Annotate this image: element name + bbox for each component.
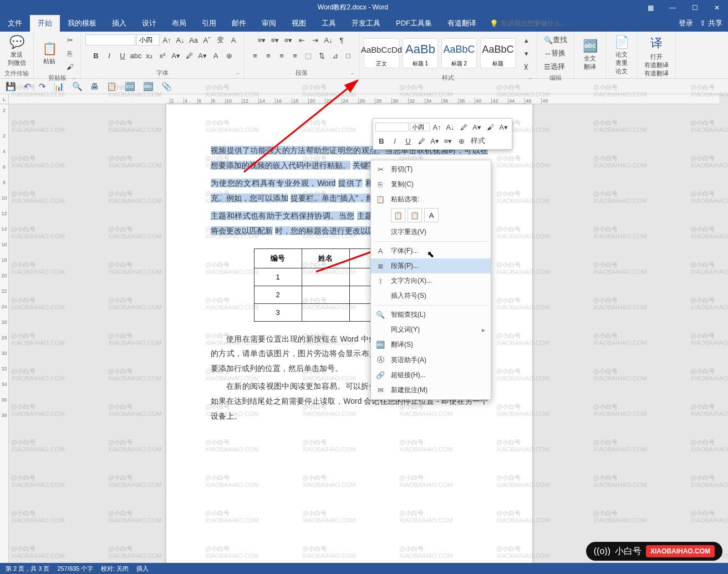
mini-font-size[interactable] bbox=[410, 123, 430, 131]
tab-home[interactable]: 开始 bbox=[30, 15, 60, 32]
line-spacing-button[interactable]: ⇅ bbox=[315, 49, 328, 62]
paste-option[interactable]: 📋 bbox=[408, 208, 422, 222]
open-youdao-button[interactable]: 译打开 有道翻译 有道翻译 bbox=[642, 34, 671, 79]
mini-highlight[interactable]: 🖉 bbox=[457, 121, 470, 133]
ruler-corner[interactable]: L bbox=[0, 94, 9, 104]
styles-down[interactable]: ▾ bbox=[520, 47, 532, 59]
ctx-item[interactable]: ⎘复制(C) bbox=[371, 177, 491, 192]
paragraph-launcher[interactable]: ⌐ bbox=[352, 70, 354, 76]
font-launcher[interactable]: ⌐ bbox=[237, 70, 240, 76]
align-center-button[interactable]: ≡ bbox=[262, 49, 274, 62]
status-proof[interactable]: 校对: 关闭 bbox=[101, 565, 129, 573]
justify-button[interactable]: ≡ bbox=[289, 49, 301, 62]
show-marks-button[interactable]: ¶ bbox=[335, 34, 348, 46]
mini-format-painter[interactable]: 🖌 bbox=[484, 121, 496, 133]
align-left-button[interactable]: ≡ bbox=[249, 49, 261, 62]
mini-italic[interactable]: I bbox=[389, 135, 401, 147]
qat-attach[interactable]: 📎 bbox=[161, 82, 172, 92]
subscript-button[interactable]: x₂ bbox=[143, 49, 155, 62]
mini-underline[interactable]: U bbox=[402, 135, 414, 147]
multilevel-button[interactable]: ≡▾ bbox=[282, 34, 294, 46]
italic-button[interactable]: I bbox=[103, 49, 115, 62]
tab-mailings[interactable]: 邮件 bbox=[224, 15, 254, 32]
font-name-combo[interactable] bbox=[85, 34, 135, 45]
status-insert[interactable]: 插入 bbox=[136, 565, 149, 573]
borders-button[interactable]: □ bbox=[342, 49, 354, 62]
style-heading1[interactable]: AaBb标题 1 bbox=[403, 38, 438, 68]
qat-save[interactable]: 💾 bbox=[6, 82, 16, 92]
tab-tools[interactable]: 工具 bbox=[314, 15, 344, 32]
ctx-item[interactable]: 插入符号(S) bbox=[371, 288, 491, 303]
help-dropdown-icon[interactable]: ▦ bbox=[639, 0, 661, 15]
mini-bold[interactable]: B bbox=[375, 135, 388, 147]
char-shading-button[interactable]: A bbox=[210, 49, 222, 62]
ctx-item[interactable]: ✂剪切(T) bbox=[371, 162, 491, 177]
pinyin-guide-button[interactable]: Aˇ bbox=[201, 34, 213, 46]
align-right-button[interactable]: ≡ bbox=[276, 49, 288, 62]
tab-references[interactable]: 引用 bbox=[194, 15, 224, 32]
tab-view[interactable]: 视图 bbox=[284, 15, 314, 32]
ctx-item[interactable]: 同义词(Y)▸ bbox=[371, 322, 491, 337]
clear-format-button[interactable]: A bbox=[227, 34, 240, 46]
mini-styles[interactable]: A▾ bbox=[497, 121, 510, 133]
change-case-button[interactable]: Aa bbox=[187, 34, 200, 46]
sort-button[interactable]: A↓ bbox=[322, 34, 334, 46]
styles-more[interactable]: ⊻ bbox=[520, 60, 532, 73]
ctx-item[interactable]: ✉新建批注(M) bbox=[371, 383, 491, 398]
text-effects-button[interactable]: A▾ bbox=[170, 49, 182, 62]
select-button[interactable]: ☰ 选择 bbox=[542, 60, 567, 73]
bullets-button[interactable]: ≡▾ bbox=[256, 34, 268, 46]
maximize-button[interactable]: ☐ bbox=[684, 0, 706, 15]
style-heading2[interactable]: AaBbC标题 2 bbox=[441, 38, 477, 68]
send-to-wechat-button[interactable]: 💬发送 到微信 bbox=[6, 34, 28, 68]
ctx-item[interactable]: 🔗超链接(H)... bbox=[371, 368, 491, 383]
find-button[interactable]: 🔍 查找 bbox=[542, 34, 569, 46]
mini-styles-label[interactable]: 样式 bbox=[469, 135, 487, 147]
highlight-button[interactable]: 🖉 bbox=[183, 49, 195, 62]
tab-insert[interactable]: 插入 bbox=[104, 15, 134, 32]
tab-youdao[interactable]: 有道翻译 bbox=[440, 15, 484, 32]
grow-font-button[interactable]: A↑ bbox=[161, 34, 173, 46]
qat-undo[interactable]: ↶ bbox=[24, 82, 31, 92]
qat-trans2[interactable]: 🔤 bbox=[143, 82, 154, 92]
superscript-button[interactable]: x² bbox=[156, 49, 169, 62]
mini-enclose[interactable]: ⊕ bbox=[455, 135, 467, 147]
ctx-item[interactable]: 🔍智能查找(L) bbox=[371, 307, 491, 322]
close-button[interactable]: ✕ bbox=[706, 0, 728, 15]
shrink-font-button[interactable]: A↓ bbox=[174, 34, 186, 46]
cut-button[interactable]: ✂ bbox=[64, 34, 76, 46]
format-painter-button[interactable]: 🖌 bbox=[64, 60, 76, 73]
ctx-item[interactable]: ⟟文字方向(X)... bbox=[371, 273, 491, 288]
paste-option[interactable]: 📋 bbox=[391, 208, 405, 222]
numbering-button[interactable]: ≡▾ bbox=[269, 34, 281, 46]
phonetic-button[interactable]: 变 bbox=[214, 34, 226, 46]
mini-highlight2[interactable]: 🖉 bbox=[415, 135, 427, 147]
replace-button[interactable]: ↔ 替换 bbox=[542, 47, 568, 59]
mini-font-name[interactable] bbox=[375, 123, 409, 131]
underline-button[interactable]: U bbox=[116, 49, 129, 62]
styles-launcher[interactable]: ⌐ bbox=[530, 75, 532, 81]
style-normal[interactable]: AaBbCcDd正文 bbox=[364, 38, 399, 68]
shading-button[interactable]: ⊿ bbox=[329, 49, 341, 62]
paste-option[interactable]: A bbox=[424, 208, 439, 222]
status-words[interactable]: 257/835 个字 bbox=[57, 565, 93, 573]
decrease-indent-button[interactable]: ⇤ bbox=[296, 34, 308, 46]
tell-me-input[interactable] bbox=[501, 19, 589, 27]
strike-button[interactable]: abc bbox=[130, 49, 142, 62]
style-title[interactable]: AaBbC标题 bbox=[480, 38, 516, 68]
enclose-char-button[interactable]: ⊕ bbox=[223, 49, 235, 62]
ctx-item[interactable]: ≣段落(P)... bbox=[371, 258, 491, 273]
vertical-ruler[interactable]: 22468101214161820222426283032343638 bbox=[0, 104, 9, 563]
full-translate-button[interactable]: 🔤全文 翻译 bbox=[579, 38, 601, 72]
status-page[interactable]: 第 2 页，共 3 页 bbox=[6, 565, 49, 573]
mini-shrink-font[interactable]: A↓ bbox=[444, 121, 456, 133]
tab-layout[interactable]: 布局 bbox=[164, 15, 194, 32]
ctx-item[interactable]: 🔤翻译(S) bbox=[371, 337, 491, 352]
minimize-button[interactable]: — bbox=[661, 0, 684, 15]
qat-paste[interactable]: 📋 bbox=[106, 82, 117, 92]
qat-print[interactable]: 🖶 bbox=[90, 82, 99, 91]
ctx-item[interactable]: 汉字重选(V) bbox=[371, 225, 491, 240]
distribute-button[interactable]: ⬚ bbox=[302, 49, 314, 62]
qat-trans1[interactable]: 🔤 bbox=[125, 82, 135, 92]
tab-design[interactable]: 设计 bbox=[134, 15, 164, 32]
